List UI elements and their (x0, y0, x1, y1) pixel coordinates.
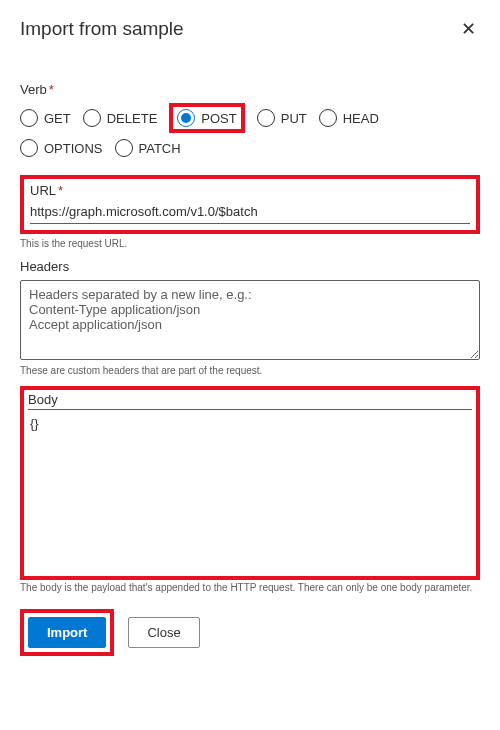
close-button[interactable]: Close (128, 617, 199, 648)
highlight-import: Import (20, 609, 114, 656)
url-helper: This is the request URL. (20, 238, 480, 249)
verb-radio-put[interactable]: PUT (257, 109, 307, 127)
url-input[interactable] (30, 200, 470, 224)
body-textarea[interactable] (28, 409, 472, 569)
radio-icon (319, 109, 337, 127)
verb-radio-label: PUT (281, 111, 307, 126)
radio-icon (257, 109, 275, 127)
radio-icon (177, 109, 195, 127)
body-label: Body (28, 392, 472, 407)
verb-radio-options[interactable]: OPTIONS (20, 139, 103, 157)
verb-radio-label: OPTIONS (44, 141, 103, 156)
required-marker: * (58, 183, 63, 198)
verb-radio-get[interactable]: GET (20, 109, 71, 127)
verb-radio-label: GET (44, 111, 71, 126)
url-label: URL* (30, 183, 470, 198)
verb-radio-patch[interactable]: PATCH (115, 139, 181, 157)
headers-helper: These are custom headers that are part o… (20, 365, 480, 376)
verb-radio-label: HEAD (343, 111, 379, 126)
verb-radio-head[interactable]: HEAD (319, 109, 379, 127)
verb-radio-label: PATCH (139, 141, 181, 156)
highlight-url: URL* (20, 175, 480, 234)
radio-icon (20, 139, 38, 157)
headers-label: Headers (20, 259, 480, 274)
body-helper: The body is the payload that's appended … (20, 582, 480, 593)
verb-radio-label: DELETE (107, 111, 158, 126)
verb-radio-label: POST (201, 111, 236, 126)
verb-radio-delete[interactable]: DELETE (83, 109, 158, 127)
radio-icon (83, 109, 101, 127)
dialog-title: Import from sample (20, 18, 184, 40)
verb-radio-group: GET DELETE POST PUT HEAD OPTIONS PATCH (20, 103, 480, 163)
required-marker: * (49, 82, 54, 97)
import-button[interactable]: Import (28, 617, 106, 648)
highlight-body: Body (20, 386, 480, 580)
verb-radio-post[interactable]: POST (177, 109, 236, 127)
highlight-post: POST (169, 103, 244, 133)
headers-textarea[interactable] (20, 280, 480, 360)
radio-icon (115, 139, 133, 157)
radio-icon (20, 109, 38, 127)
close-icon[interactable]: ✕ (457, 18, 480, 40)
verb-label: Verb* (20, 82, 480, 97)
